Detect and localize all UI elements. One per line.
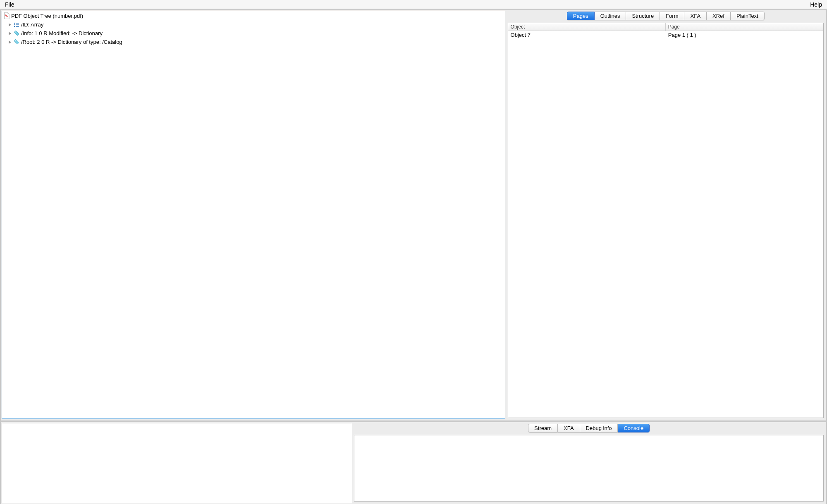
chevron-right-icon[interactable] bbox=[8, 23, 12, 27]
menubar: File Help bbox=[0, 0, 827, 9]
tree-root[interactable]: PDF Object Tree (number.pdf) bbox=[2, 11, 505, 20]
svg-point-2 bbox=[14, 24, 15, 25]
svg-rect-5 bbox=[16, 26, 19, 27]
tab-xref[interactable]: XRef bbox=[707, 12, 731, 20]
tree-item[interactable]: /Info: 1 0 R Modified; -> Dictionary bbox=[2, 29, 505, 38]
tree-item[interactable]: /Root: 2 0 R -> Dictionary of type: /Cat… bbox=[2, 38, 505, 46]
tab-debug-info[interactable]: Debug info bbox=[580, 424, 618, 432]
svg-point-6 bbox=[15, 31, 16, 32]
top-split: PDF Object Tree (number.pdf) /ID: Array/… bbox=[1, 10, 826, 421]
svg-point-4 bbox=[14, 26, 15, 26]
menu-file[interactable]: File bbox=[2, 1, 17, 8]
tree-item-label: /Root: 2 0 R -> Dictionary of type: /Cat… bbox=[21, 39, 122, 45]
cell-object: Object 7 bbox=[508, 31, 666, 38]
chevron-right-icon[interactable] bbox=[8, 40, 12, 44]
tab-xfa[interactable]: XFA bbox=[558, 424, 580, 432]
right-panel: PagesOutlinesStructureFormXFAXRefPlainTe… bbox=[507, 10, 826, 420]
svg-rect-1 bbox=[16, 23, 19, 24]
bottom-right-panel: StreamXFADebug infoConsole bbox=[353, 422, 826, 504]
tree-item-label: /ID: Array bbox=[21, 21, 43, 28]
bottom-left-panel[interactable] bbox=[2, 423, 352, 503]
tab-stream[interactable]: Stream bbox=[528, 424, 558, 432]
right-list-header: Object Page bbox=[508, 23, 823, 31]
bottom-split: StreamXFADebug infoConsole bbox=[1, 421, 826, 504]
main-area: PDF Object Tree (number.pdf) /ID: Array/… bbox=[0, 9, 827, 504]
column-header-page[interactable]: Page bbox=[666, 23, 823, 31]
tab-plaintext[interactable]: PlainText bbox=[731, 12, 765, 20]
console-area[interactable] bbox=[354, 435, 824, 502]
tab-xfa[interactable]: XFA bbox=[684, 12, 707, 20]
menu-help[interactable]: Help bbox=[808, 1, 825, 8]
table-row[interactable]: Object 7Page 1 ( 1 ) bbox=[508, 31, 823, 39]
list-icon bbox=[14, 22, 19, 28]
svg-point-7 bbox=[15, 40, 16, 41]
bottom-tab-bar: StreamXFADebug infoConsole bbox=[354, 424, 824, 432]
tag-icon bbox=[14, 39, 19, 45]
right-list[interactable]: Object Page Object 7Page 1 ( 1 ) bbox=[508, 23, 824, 418]
svg-rect-3 bbox=[16, 24, 19, 25]
tree-root-label: PDF Object Tree (number.pdf) bbox=[11, 13, 83, 19]
cell-page: Page 1 ( 1 ) bbox=[666, 31, 823, 38]
tree-item-label: /Info: 1 0 R Modified; -> Dictionary bbox=[21, 30, 103, 36]
tab-structure[interactable]: Structure bbox=[626, 12, 660, 20]
tab-console[interactable]: Console bbox=[618, 424, 650, 432]
column-header-object[interactable]: Object bbox=[508, 23, 666, 31]
svg-point-0 bbox=[14, 22, 15, 23]
tab-outlines[interactable]: Outlines bbox=[595, 12, 626, 20]
tag-icon bbox=[14, 31, 19, 36]
pdf-icon bbox=[4, 12, 10, 19]
tree-panel[interactable]: PDF Object Tree (number.pdf) /ID: Array/… bbox=[2, 11, 505, 419]
chevron-right-icon[interactable] bbox=[8, 31, 12, 36]
tab-pages[interactable]: Pages bbox=[567, 12, 595, 20]
tab-form[interactable]: Form bbox=[660, 12, 684, 20]
tree-item[interactable]: /ID: Array bbox=[2, 20, 505, 29]
right-tab-bar: PagesOutlinesStructureFormXFAXRefPlainTe… bbox=[508, 12, 824, 20]
